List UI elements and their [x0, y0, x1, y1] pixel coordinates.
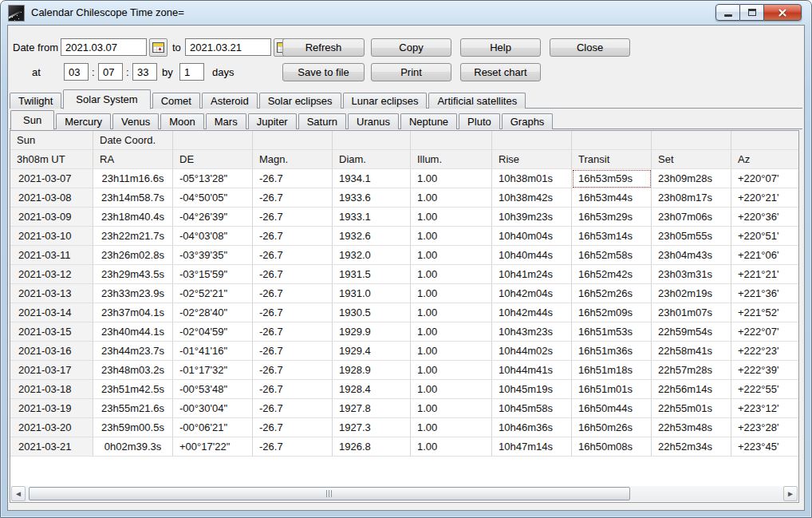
table-cell[interactable]: +221°52' [731, 303, 798, 322]
table-cell[interactable]: 23h02m19s [652, 284, 731, 303]
tab-moon[interactable]: Moon [160, 113, 204, 129]
table-cell[interactable]: +222°07' [731, 322, 798, 342]
table-cell[interactable]: 2021-03-13 [10, 284, 93, 303]
table-cell[interactable]: +223°45' [731, 437, 798, 457]
table-cell[interactable]: 23h37m04.1s [93, 303, 173, 322]
print-button[interactable]: Print [371, 63, 451, 81]
hour-input[interactable] [64, 63, 89, 81]
table-cell[interactable]: 1.00 [411, 208, 492, 227]
table-cell[interactable]: -26.7 [253, 322, 333, 342]
table-cell[interactable]: -26.7 [253, 361, 333, 380]
table-cell[interactable]: 1929.4 [333, 342, 411, 361]
table-cell[interactable]: 10h41m24s [492, 265, 572, 284]
tab-saturn[interactable]: Saturn [298, 113, 346, 129]
table-cell[interactable]: 23h07m06s [652, 208, 731, 227]
table-cell[interactable]: 10h44m02s [492, 342, 572, 361]
table-cell[interactable]: 1.00 [411, 246, 492, 265]
table-cell[interactable]: -26.7 [253, 399, 333, 418]
table-cell[interactable]: 1927.3 [333, 418, 411, 437]
table-cell[interactable]: 16h50m44s [572, 399, 652, 418]
table-cell[interactable]: 22h57m28s [652, 361, 731, 380]
table-cell[interactable]: 1.00 [411, 361, 492, 380]
tab-sun[interactable]: Sun [10, 110, 54, 130]
tab-asteroid[interactable]: Asteroid [202, 93, 258, 109]
table-cell[interactable]: 1931.0 [333, 284, 411, 303]
table-cell[interactable]: 1934.1 [333, 169, 411, 188]
table-cell[interactable]: 16h52m09s [572, 303, 652, 322]
save-to-file-button[interactable]: Save to file [282, 63, 365, 81]
table-cell[interactable]: -26.7 [253, 246, 333, 265]
table-cell[interactable]: 2021-03-12 [10, 265, 93, 284]
tab-solar-system[interactable]: Solar System [63, 89, 150, 109]
table-cell[interactable]: 2021-03-19 [10, 399, 93, 418]
table-cell[interactable]: 1.00 [411, 418, 492, 437]
table-cell[interactable]: 22h56m14s [652, 380, 731, 399]
minimize-button[interactable] [715, 4, 740, 21]
table-cell[interactable]: 23h09m28s [652, 169, 731, 188]
table-cell[interactable]: -26.7 [253, 169, 333, 188]
table-cell[interactable]: -26.7 [253, 284, 333, 303]
table-cell[interactable]: -02°04'59" [173, 322, 253, 342]
table-cell[interactable]: 23h18m40.4s [93, 208, 173, 227]
table-cell[interactable]: -04°03'08" [173, 227, 253, 246]
table-cell[interactable]: -26.7 [253, 265, 333, 284]
table-cell[interactable]: -01°17'32" [173, 361, 253, 380]
table-cell[interactable]: +222°55' [731, 380, 798, 399]
tab-jupiter[interactable]: Jupiter [248, 113, 297, 129]
table-cell[interactable]: 1.00 [411, 227, 492, 246]
minute-input[interactable] [98, 63, 123, 81]
table-cell[interactable]: 10h46m36s [492, 418, 572, 437]
table-cell[interactable]: +222°23' [731, 342, 798, 361]
table-cell[interactable]: 10h42m04s [492, 284, 572, 303]
table-cell[interactable]: 2021-03-17 [10, 361, 93, 380]
table-cell[interactable]: 23h05m55s [652, 227, 731, 246]
date-from-calendar-button[interactable] [149, 38, 168, 57]
table-cell[interactable]: 23h08m17s [652, 188, 731, 208]
table-cell[interactable]: 16h51m53s [572, 322, 652, 342]
maximize-button[interactable] [740, 4, 763, 21]
table-cell[interactable]: +221°36' [731, 284, 798, 303]
table-cell[interactable]: 1.00 [411, 265, 492, 284]
tab-graphs[interactable]: Graphs [502, 113, 554, 129]
table-cell[interactable]: 23h55m21.6s [93, 399, 173, 418]
table-cell[interactable]: +220°21' [731, 188, 798, 208]
table-cell[interactable]: -26.7 [253, 437, 333, 457]
table-cell[interactable]: 2021-03-10 [10, 227, 93, 246]
table-cell[interactable]: 10h44m41s [492, 361, 572, 380]
table-cell[interactable]: 22h58m41s [652, 342, 731, 361]
table-cell[interactable]: 23h01m07s [652, 303, 731, 322]
table-cell[interactable]: 2021-03-20 [10, 418, 93, 437]
table-cell[interactable]: 16h52m42s [572, 265, 652, 284]
table-cell[interactable]: 1928.9 [333, 361, 411, 380]
table-cell[interactable]: 1.00 [411, 169, 492, 188]
tab-solar-eclipses[interactable]: Solar eclipses [259, 93, 341, 109]
table-cell[interactable]: 2021-03-09 [10, 208, 93, 227]
table-cell[interactable]: 16h53m29s [572, 208, 652, 227]
table-cell[interactable]: 22h52m34s [652, 437, 731, 457]
table-cell[interactable]: +223°28' [731, 418, 798, 437]
table-cell[interactable]: 10h39m23s [492, 208, 572, 227]
table-cell[interactable]: 23h29m43.5s [93, 265, 173, 284]
table-cell[interactable]: +220°07' [731, 169, 798, 188]
table-cell[interactable]: 10h45m19s [492, 380, 572, 399]
table-cell[interactable]: 23h44m23.7s [93, 342, 173, 361]
horizontal-scrollbar[interactable]: ◄ ► [11, 486, 798, 501]
help-button[interactable]: Help [460, 38, 541, 57]
scrollbar-thumb[interactable] [29, 487, 630, 500]
table-cell[interactable]: +221°21' [731, 265, 798, 284]
table-cell[interactable]: 1931.5 [333, 265, 411, 284]
scroll-left-button[interactable]: ◄ [11, 486, 26, 501]
table-cell[interactable]: 23h59m00.5s [93, 418, 173, 437]
tab-mercury[interactable]: Mercury [56, 113, 111, 129]
table-cell[interactable]: 16h53m44s [572, 188, 652, 208]
tab-twilight[interactable]: Twilight [10, 93, 61, 109]
table-cell[interactable]: -26.7 [253, 418, 333, 437]
table-cell[interactable]: 16h50m08s [572, 437, 652, 457]
table-cell[interactable]: 1.00 [411, 399, 492, 418]
table-cell[interactable]: 16h53m14s [572, 227, 652, 246]
table-cell[interactable]: +221°06' [731, 246, 798, 265]
table-cell[interactable]: 1933.1 [333, 208, 411, 227]
table-cell[interactable]: 1928.4 [333, 380, 411, 399]
table-cell[interactable]: 1.00 [411, 188, 492, 208]
date-from-input[interactable] [61, 38, 147, 56]
